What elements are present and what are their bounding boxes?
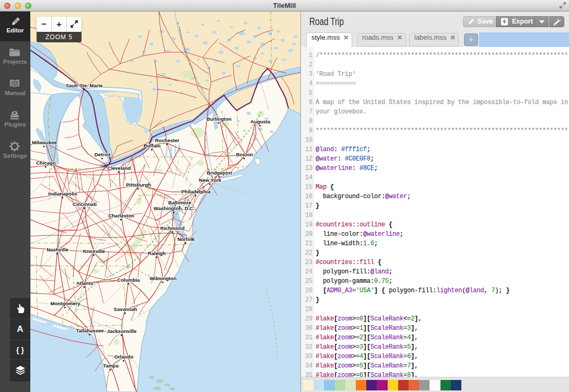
- svg-text:Savannah: Savannah: [114, 306, 137, 312]
- svg-text:Jacksonville: Jacksonville: [107, 328, 137, 334]
- svg-text:Montgomery: Montgomery: [51, 301, 81, 306]
- svg-text:Boston: Boston: [236, 152, 253, 157]
- svg-text:Augusta: Augusta: [250, 119, 271, 124]
- svg-text:Norfolk: Norfolk: [177, 236, 195, 242]
- svg-text:Nashville: Nashville: [47, 247, 68, 252]
- svg-text:Pittsburgh: Pittsburgh: [126, 182, 151, 188]
- svg-text:Cincinnati: Cincinnati: [73, 201, 97, 207]
- svg-text:Raleigh: Raleigh: [148, 250, 166, 256]
- svg-text:Chicago: Chicago: [36, 160, 56, 166]
- svg-text:Atlanta: Atlanta: [76, 280, 94, 286]
- svg-text:New York: New York: [199, 177, 222, 183]
- svg-text:Burlington: Burlington: [206, 116, 231, 122]
- svg-text:Philadelphia: Philadelphia: [181, 189, 211, 194]
- svg-text:Tampa: Tampa: [103, 363, 119, 368]
- svg-text:Detroit: Detroit: [95, 152, 111, 157]
- svg-text:Cleveland: Cleveland: [108, 165, 131, 171]
- svg-text:Sault Ste. Marie: Sault Ste. Marie: [66, 83, 103, 88]
- svg-text:Milwaukee: Milwaukee: [32, 140, 57, 145]
- svg-text:Rochester: Rochester: [155, 137, 180, 143]
- svg-text:Buffalo: Buffalo: [144, 143, 161, 148]
- svg-text:Orlando: Orlando: [114, 354, 134, 360]
- svg-text:Columbia: Columbia: [117, 277, 140, 283]
- svg-text:Wilmington: Wilmington: [149, 275, 177, 281]
- svg-text:Indianapolis: Indianapolis: [48, 191, 77, 197]
- svg-text:Baltimore: Baltimore: [168, 200, 191, 205]
- svg-text:Charleston: Charleston: [108, 213, 134, 218]
- svg-text:Richmond: Richmond: [160, 225, 185, 231]
- svg-text:Tallahassee: Tallahassee: [76, 328, 103, 333]
- svg-text:Bridgeport: Bridgeport: [207, 170, 233, 176]
- svg-text:Knoxville: Knoxville: [83, 248, 105, 254]
- svg-text:Washington, D.C.: Washington, D.C.: [154, 205, 194, 211]
